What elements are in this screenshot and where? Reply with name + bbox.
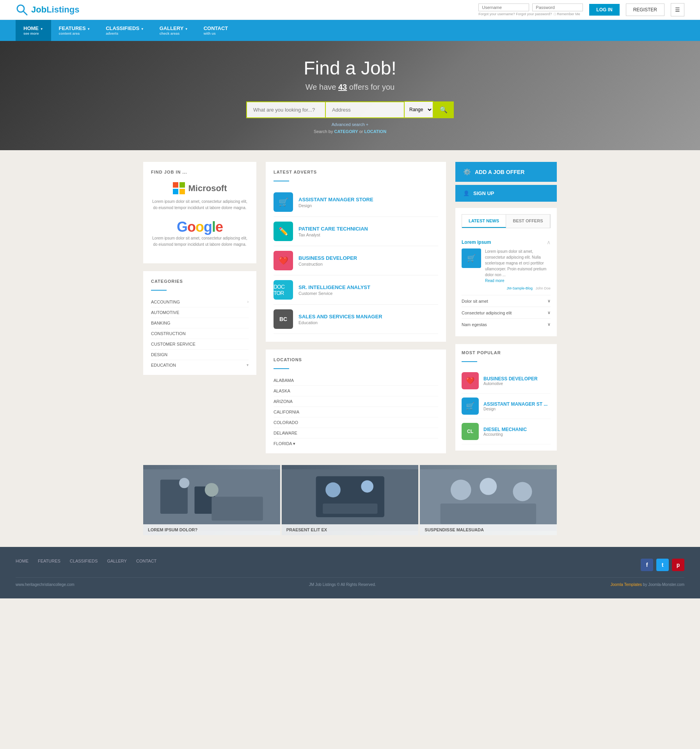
search-by-category-link[interactable]: CATEGORY [334,129,358,134]
tab-best-offers[interactable]: BEST OFFERS [506,215,550,228]
accordion-label-2: Consectetur adipiscing elit [462,311,512,315]
logo[interactable]: JobListings [16,4,79,16]
popular-info-2: ASSISTANT MANAGER ST ... Design [483,401,547,411]
svg-point-11 [361,480,373,493]
sign-up-button[interactable]: 👤 SIGN UP [455,185,557,202]
locations-scroll[interactable]: ALABAMA ALASKA ARIZONA CALIFORNIA COLORA… [274,375,438,445]
nav-item-contact[interactable]: CONTACT with us [196,20,236,41]
menu-button[interactable]: ☰ [671,3,684,16]
loc-item-colorado[interactable]: COLORADO [274,417,438,428]
popular-icon-3: CL [462,423,479,440]
news-source-link[interactable]: JM-Sample-Blog [506,286,533,290]
nav-item-gallery[interactable]: GALLERY ▼ check areas [152,20,196,41]
category-item-education[interactable]: EDUCATION ▾ [151,360,249,367]
popular-title-2[interactable]: ASSISTANT MANAGER ST ... [483,401,547,407]
news-item-1: Lorem ipsum ∧ 🛒 Lorem ipsum dolor sit am… [462,234,551,295]
register-button[interactable]: REGISTER [626,4,664,16]
footer-nav-features[interactable]: FEATURES [38,559,60,563]
panel-2[interactable]: PRAESENT ELIT EX [282,465,419,535]
facebook-button[interactable]: f [641,559,653,571]
search-button[interactable]: 🔍 [434,101,454,118]
cat-label-construction: CONSTRUCTION [151,331,186,336]
loc-item-alaska[interactable]: ALASKA [274,386,438,396]
popular-item-1: ❤️ BUSINESS DEVELOPER Automotive [462,368,551,394]
nav-item-home[interactable]: HOME ▼ see more [16,20,51,41]
username-input[interactable] [478,4,529,11]
footer-nav-gallery[interactable]: GALLERY [107,559,127,563]
ms-sq-red [173,182,178,188]
advanced-search-link[interactable]: Advanced search + [246,122,454,127]
nav-item-features[interactable]: FEATURES ▼ content area [51,20,98,41]
advert-item-2: ✏️ PATIENT CARE TECHNICIAN Tax Analyst [274,217,438,246]
news-expand-icon[interactable]: ∧ [547,239,551,245]
keyword-input[interactable] [246,101,326,118]
advert-icon-4: DOC TOR [274,280,293,300]
footer-nav-home[interactable]: HOME [16,559,28,563]
category-item-banking[interactable]: BANKING [151,318,249,328]
advert-title-5[interactable]: SALES AND SERVICES MANAGER [298,314,382,319]
footer-nav-classifieds[interactable]: CLASSIFIEDS [70,559,98,563]
twitter-button[interactable]: t [656,559,669,571]
popular-title-3[interactable]: DIESEL MECHANIC [483,427,527,432]
ms-sq-blue [173,189,178,194]
footer-nav-contact[interactable]: CONTACT [136,559,156,563]
loc-item-florida[interactable]: FLORIDA ▾ [274,438,438,445]
search-by-location-link[interactable]: LOCATION [364,129,387,134]
svg-point-14 [451,479,471,500]
accordion-item-1[interactable]: Dolor sit amet ∨ [462,295,551,307]
pinterest-button[interactable]: p [672,559,684,571]
panel-1-caption: LOREM IPSUM DOLOR? [143,524,280,535]
category-item-automotive[interactable]: AUTOMOTIVE [151,307,249,318]
accordion-arrow-3: ∨ [547,322,551,327]
popular-title-1[interactable]: BUSINESS DEVELOPER [483,376,538,382]
add-job-label: ADD A JOB OFFER [475,169,524,175]
cat-arrow-education: ▾ [247,363,249,367]
address-input[interactable] [326,101,405,118]
range-select[interactable]: Range [405,101,434,118]
accordion-item-2[interactable]: Consectetur adipiscing elit ∨ [462,307,551,318]
add-job-button[interactable]: ⚙️ ADD A JOB OFFER [455,162,557,182]
advert-title-2[interactable]: PATIENT CARE TECHNICIAN [298,226,368,232]
category-item-construction[interactable]: CONSTRUCTION [151,328,249,339]
svg-line-1 [23,11,27,15]
hero-section: Find a Job! We have 43 offers for you Ra… [0,41,700,150]
google-logo-text: Google [151,219,249,235]
nav-item-classifieds[interactable]: CLASSIFIEDS ▼ adverts [98,20,152,41]
loc-item-california[interactable]: CALIFORNIA [274,407,438,417]
advert-item-5: BC SALES AND SERVICES MANAGER Education [274,305,438,334]
tab-latest-news[interactable]: LATEST NEWS [462,215,506,228]
footer-credit: Joomla Templates by Joomla-Monster.com [611,582,684,587]
find-job-section: FIND JOB IN ... Microsoft Lorem ipsum do… [143,162,256,263]
sign-up-icon: 👤 [463,190,469,196]
category-item-design[interactable]: DESIGN [151,350,249,360]
loc-item-alabama[interactable]: ALABAMA [274,375,438,386]
accordion-arrow-2: ∨ [547,310,551,315]
category-item-accounting[interactable]: ACCOUNTING › [151,297,249,307]
logo-icon [16,4,28,16]
loc-item-delaware[interactable]: DELAWARE [274,428,438,438]
latest-adverts-section: LATEST ADVERTS 🛒 ASSISTANT MANAGER STORE… [266,162,446,342]
google-logo-area[interactable]: Google Lorem ipsum dolor sit amet, conse… [151,219,249,248]
middle-column: LATEST ADVERTS 🛒 ASSISTANT MANAGER STORE… [266,162,446,453]
cat-label-automotive: AUTOMOTIVE [151,310,179,315]
loc-item-arizona[interactable]: ARIZONA [274,396,438,407]
accordion-label-3: Nam egestas [462,322,487,327]
accordion-item-3[interactable]: Nam egestas ∨ [462,318,551,330]
news-title-link[interactable]: Lorem ipsum [462,240,491,245]
advert-title-3[interactable]: BUSINESS DEVELOPER [298,255,357,261]
panel-3[interactable]: SUSPENDISSE MALESUADA [420,465,557,535]
advert-title-4[interactable]: SR. INTELLIGENCE ANALYST [298,284,370,290]
category-item-customer-service[interactable]: CUSTOMER SERVICE [151,339,249,350]
advert-info-1: ASSISTANT MANAGER STORE Design [298,197,373,208]
login-button[interactable]: LOG IN [589,4,619,16]
categories-scroll[interactable]: ACCOUNTING › AUTOMOTIVE BANKING CONSTRUC… [151,297,249,367]
advert-item-3: ❤️ BUSINESS DEVELOPER Construction [274,246,438,275]
password-input[interactable] [532,4,583,11]
footer-credit-link[interactable]: Joomla Templates [611,582,642,587]
microsoft-logo[interactable]: Microsoft [151,182,249,195]
advert-title-1[interactable]: ASSISTANT MANAGER STORE [298,197,373,202]
panel-1[interactable]: LOREM IPSUM DOLOR? [143,465,280,535]
read-more-link[interactable]: Read more [485,279,504,283]
popular-icon-2: 🛒 [462,398,479,415]
news-thumbnail: 🛒 [462,248,481,268]
